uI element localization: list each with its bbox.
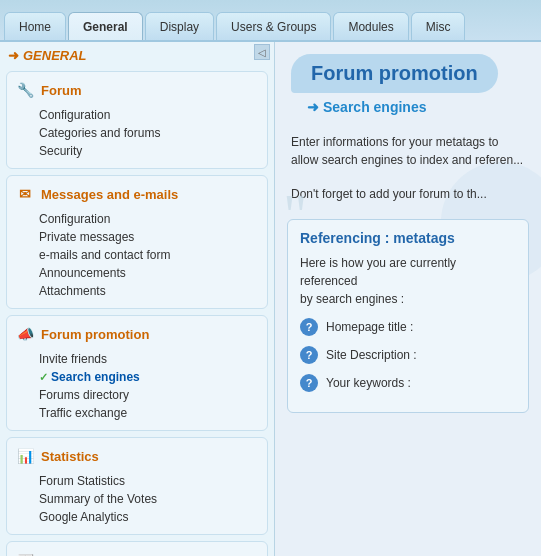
ref-icon-keywords: ?: [300, 374, 318, 392]
promotion-icon: 📣: [15, 324, 35, 344]
sidebar-item-announcements[interactable]: Announcements: [39, 264, 259, 282]
newsletter-icon: 📰: [15, 550, 35, 556]
sidebar-section-promotion: 📣 Forum promotion Invite friends Search …: [6, 315, 268, 431]
ref-row-site-desc: ? Site Description :: [300, 346, 516, 364]
sidebar-item-forum-statistics[interactable]: Forum Statistics: [39, 472, 259, 490]
sidebar-section-newsletter: 📰 Newsletter: [6, 541, 268, 556]
ref-label-keywords: Your keywords :: [326, 376, 411, 390]
sidebar-item-google-analytics[interactable]: Google Analytics: [39, 508, 259, 526]
page-title: Forum promotion: [291, 54, 498, 93]
ref-row-keywords: ? Your keywords :: [300, 374, 516, 392]
sidebar-section-promotion-header[interactable]: 📣 Forum promotion: [7, 316, 267, 348]
content-area: Forum promotion Search engines " Enter i…: [275, 42, 541, 556]
description-text-1: Enter informations for your metatags to …: [275, 125, 541, 177]
description-text-2: Don't forget to add your forum to th...: [275, 177, 541, 211]
sidebar-item-summary-votes[interactable]: Summary of the Votes: [39, 490, 259, 508]
sidebar-section-messages-label: Messages and e-mails: [41, 187, 178, 202]
sidebar-section-forum-label: Forum: [41, 83, 81, 98]
tab-modules[interactable]: Modules: [333, 12, 408, 40]
sidebar-section-statistics-header[interactable]: 📊 Statistics: [7, 438, 267, 470]
statistics-icon: 📊: [15, 446, 35, 466]
sidebar-item-categories-forums[interactable]: Categories and forums: [39, 124, 259, 142]
sidebar-item-invite-friends[interactable]: Invite friends: [39, 350, 259, 368]
ref-icon-site-desc: ?: [300, 346, 318, 364]
ref-label-homepage: Homepage title :: [326, 320, 413, 334]
ref-label-site-desc: Site Description :: [326, 348, 417, 362]
sidebar-item-security[interactable]: Security: [39, 142, 259, 160]
tab-misc[interactable]: Misc: [411, 12, 466, 40]
sidebar-section-forum: 🔧 Forum Configuration Categories and for…: [6, 71, 268, 169]
sidebar-section-newsletter-label: Newsletter: [41, 553, 107, 557]
sidebar-section-statistics-items: Forum Statistics Summary of the Votes Go…: [7, 470, 267, 530]
referencing-box: Referencing : metatags Here is how you a…: [287, 219, 529, 413]
tab-general[interactable]: General: [68, 12, 143, 40]
sidebar-item-attachments[interactable]: Attachments: [39, 282, 259, 300]
ref-row-homepage: ? Homepage title :: [300, 318, 516, 336]
sidebar-section-statistics-label: Statistics: [41, 449, 99, 464]
sidebar-section-promotion-items: Invite friends Search engines Forums dir…: [7, 348, 267, 426]
page-subtitle: Search engines: [291, 99, 525, 115]
sidebar-section-newsletter-header[interactable]: 📰 Newsletter: [7, 542, 267, 556]
sidebar-section-messages: ✉ Messages and e-mails Configuration Pri…: [6, 175, 268, 309]
sidebar-section-forum-header[interactable]: 🔧 Forum: [7, 72, 267, 104]
referencing-desc: Here is how you are currently referenced…: [300, 254, 516, 308]
sidebar-item-traffic-exchange[interactable]: Traffic exchange: [39, 404, 259, 422]
tab-display[interactable]: Display: [145, 12, 214, 40]
sidebar-item-configuration-forum[interactable]: Configuration: [39, 106, 259, 124]
sidebar-section-promotion-label: Forum promotion: [41, 327, 149, 342]
sidebar-item-search-engines[interactable]: Search engines: [39, 368, 259, 386]
sidebar: ◁ GENERAL 🔧 Forum Configuration Categori…: [0, 42, 275, 556]
main-layout: ◁ GENERAL 🔧 Forum Configuration Categori…: [0, 42, 541, 556]
sidebar-item-configuration-messages[interactable]: Configuration: [39, 210, 259, 228]
messages-icon: ✉: [15, 184, 35, 204]
sidebar-section-messages-items: Configuration Private messages e-mails a…: [7, 208, 267, 304]
ref-icon-homepage: ?: [300, 318, 318, 336]
tab-home[interactable]: Home: [4, 12, 66, 40]
sidebar-section-forum-items: Configuration Categories and forums Secu…: [7, 104, 267, 164]
sidebar-section-messages-header[interactable]: ✉ Messages and e-mails: [7, 176, 267, 208]
sidebar-item-emails-contact[interactable]: e-mails and contact form: [39, 246, 259, 264]
forum-icon: 🔧: [15, 80, 35, 100]
content-body: " Enter informations for your metatags t…: [275, 125, 541, 413]
tab-users-groups[interactable]: Users & Groups: [216, 12, 331, 40]
sidebar-item-forums-directory[interactable]: Forums directory: [39, 386, 259, 404]
sidebar-section-statistics: 📊 Statistics Forum Statistics Summary of…: [6, 437, 268, 535]
tab-bar: Home General Display Users & Groups Modu…: [0, 0, 541, 42]
referencing-title: Referencing : metatags: [300, 230, 516, 246]
sidebar-breadcrumb: GENERAL: [0, 42, 274, 67]
sidebar-item-private-messages[interactable]: Private messages: [39, 228, 259, 246]
sidebar-collapse-button[interactable]: ◁: [254, 44, 270, 60]
page-title-area: Forum promotion Search engines: [275, 42, 541, 125]
